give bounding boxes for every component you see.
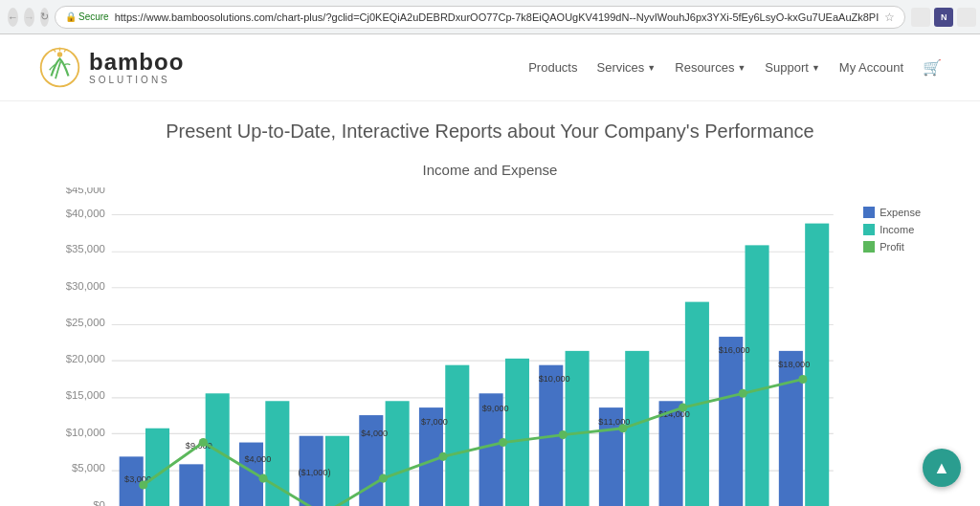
back-button[interactable]: ← — [8, 8, 18, 27]
bar-mar-expense — [239, 443, 263, 506]
svg-text:$4,000: $4,000 — [361, 429, 388, 438]
logo-sub: solutions — [89, 75, 184, 85]
logo-icon — [38, 46, 81, 89]
url-text: https://www.bamboosolutions.com/chart-pl… — [115, 11, 880, 23]
legend-profit-color — [863, 241, 875, 253]
bar-jul-income — [505, 359, 529, 506]
svg-point-1 — [57, 52, 62, 56]
scroll-top-button[interactable]: ▲ — [923, 449, 961, 487]
bar-feb-expense — [179, 464, 203, 506]
address-bar[interactable]: 🔒 Secure https://www.bamboosolutions.com… — [55, 6, 905, 29]
bar-jun-income — [445, 365, 469, 506]
profit-dot-nov — [739, 389, 747, 398]
nav-links: Products Services ▼ Resources ▼ Support … — [528, 58, 942, 77]
cart-icon[interactable]: 🛒 — [923, 58, 942, 77]
extension-icon-3[interactable] — [957, 8, 976, 27]
bar-nov-expense — [719, 337, 743, 506]
svg-text:$35,000: $35,000 — [66, 243, 105, 254]
nav-account[interactable]: My Account — [839, 60, 903, 75]
legend-profit-label: Profit — [880, 241, 904, 253]
extension-icon-2[interactable]: N — [934, 8, 953, 27]
profit-dot-aug — [559, 430, 568, 439]
svg-text:$20,000: $20,000 — [66, 353, 105, 364]
svg-text:$10,000: $10,000 — [66, 427, 105, 438]
chevron-down-icon-3: ▼ — [812, 63, 820, 73]
nav-support[interactable]: Support ▼ — [765, 60, 819, 75]
profit-dot-oct — [679, 404, 687, 412]
svg-text:$4,000: $4,000 — [244, 454, 271, 464]
logo-area: bamboo solutions — [38, 46, 184, 89]
nav-bar: bamboo solutions Products Services ▼ Res… — [0, 34, 980, 101]
svg-text:$25,000: $25,000 — [66, 317, 105, 328]
svg-text:$0: $0 — [93, 499, 105, 506]
svg-text:$45,000: $45,000 — [66, 187, 105, 195]
nav-services-label: Services — [596, 60, 644, 75]
svg-text:$16,000: $16,000 — [719, 345, 750, 355]
browser-icons: N ⋮ — [911, 8, 980, 27]
legend-expense: Expense — [863, 207, 921, 218]
nav-resources[interactable]: Resources ▼ — [675, 60, 746, 75]
star-icon[interactable]: ☆ — [884, 11, 895, 24]
logo-text-group: bamboo solutions — [89, 50, 184, 85]
legend-income-label: Income — [880, 224, 914, 235]
browser-chrome: ← → ↻ 🔒 Secure https://www.bamboosolutio… — [0, 0, 980, 34]
lock-icon: 🔒 — [65, 11, 77, 22]
profit-dot-feb — [199, 438, 208, 447]
svg-text:$30,000: $30,000 — [66, 280, 105, 292]
legend-income: Income — [863, 224, 921, 235]
svg-text:$40,000: $40,000 — [66, 208, 105, 219]
chart-svg: $0 $5,000 $10,000 $15,000 $20,000 $25,00… — [59, 187, 844, 506]
svg-text:$5,000: $5,000 — [72, 462, 105, 473]
chevron-down-icon: ▼ — [647, 63, 656, 73]
nav-support-label: Support — [765, 60, 809, 75]
legend-expense-color — [863, 207, 875, 218]
nav-products[interactable]: Products — [528, 60, 577, 75]
bar-dec-expense — [779, 351, 803, 506]
extension-icon-1[interactable] — [911, 8, 930, 27]
page-content: Present Up-to-Date, Interactive Reports … — [0, 101, 980, 506]
secure-label: Secure — [78, 11, 109, 22]
bar-sep-income — [625, 351, 649, 506]
profit-dot-may — [379, 474, 388, 483]
profit-dot-dec — [798, 375, 807, 384]
chart-title: Income and Expense — [59, 162, 921, 178]
legend-expense-label: Expense — [880, 207, 921, 218]
profit-dot-sep — [618, 424, 627, 432]
svg-text:$10,000: $10,000 — [539, 374, 570, 384]
svg-text:$9,000: $9,000 — [482, 404, 509, 413]
page-title: Present Up-to-Date, Interactive Reports … — [38, 121, 942, 143]
chevron-down-icon-2: ▼ — [737, 63, 746, 73]
svg-text:$15,000: $15,000 — [66, 389, 105, 401]
profit-dot-jun — [438, 452, 447, 461]
nav-resources-label: Resources — [675, 60, 734, 75]
profit-dot-mar — [258, 474, 267, 483]
profit-dot-jan — [139, 480, 147, 489]
svg-text:$18,000: $18,000 — [778, 360, 810, 369]
bar-nov-income — [746, 245, 769, 506]
legend-profit: Profit — [863, 241, 921, 253]
forward-button[interactable]: → — [24, 8, 34, 27]
legend-income-color — [863, 224, 875, 235]
svg-text:($1,000): ($1,000) — [299, 468, 331, 477]
svg-text:$7,000: $7,000 — [421, 417, 448, 427]
scroll-top-icon: ▲ — [933, 458, 950, 478]
chart-area: $0 $5,000 $10,000 $15,000 $20,000 $25,00… — [59, 187, 921, 506]
chart-container: Income and Expense $0 $5,000 $10,000 $15… — [59, 162, 921, 506]
refresh-button[interactable]: ↻ — [40, 8, 49, 27]
chart-with-axes: $0 $5,000 $10,000 $15,000 $20,000 $25,00… — [59, 187, 844, 506]
profit-dot-jul — [499, 438, 507, 447]
chart-legend: Expense Income Profit — [854, 187, 921, 253]
bar-may-income — [386, 401, 410, 506]
secure-badge: 🔒 Secure — [65, 11, 109, 22]
nav-services[interactable]: Services ▼ — [596, 60, 656, 75]
logo-name: bamboo — [89, 50, 184, 75]
bar-jan-income — [145, 429, 169, 506]
